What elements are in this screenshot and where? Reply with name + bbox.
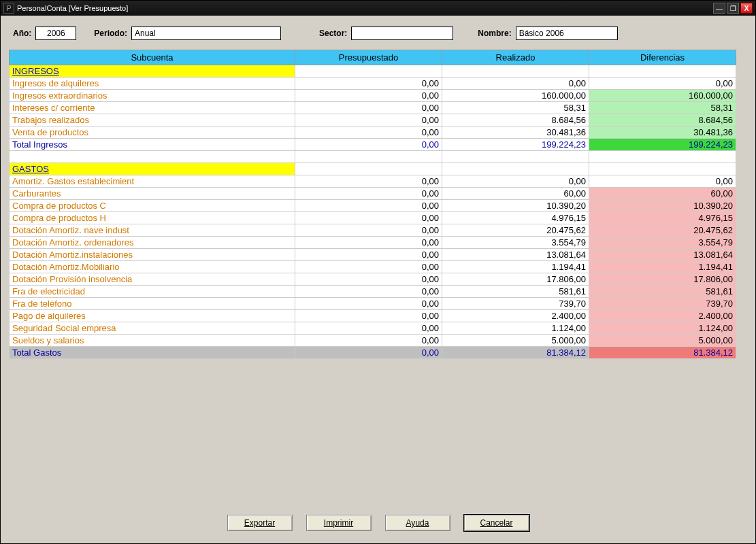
row-label: Dotación Amortiz.instalaciones: [10, 249, 295, 261]
cell-diferencias: 2.400,00: [589, 310, 736, 322]
cell-realizado: 1.194,41: [442, 261, 589, 273]
cell-diferencias: 8.684,56: [589, 114, 736, 126]
cell-presupuestado: 0,00: [295, 237, 442, 249]
section-header: INGRESOS: [10, 65, 295, 78]
col-realizado[interactable]: Realizado: [442, 50, 589, 65]
row-label: Compra de productos H: [10, 212, 295, 224]
cell-diferencias: 10.390,20: [589, 200, 736, 212]
cell-diferencias: 739,70: [589, 298, 736, 310]
cell-presupuestado: 0,00: [295, 90, 442, 102]
col-subcuenta[interactable]: Subcuenta: [10, 50, 295, 65]
row-label: Dotación Amortiz.Mobiliario: [10, 261, 295, 273]
total-realizado: 199.224,23: [442, 139, 589, 151]
row-label: Amortiz. Gastos establecimient: [10, 175, 295, 188]
cell-realizado: 8.684,56: [442, 114, 589, 126]
budget-table: Subcuenta Presupuestado Realizado Difere…: [9, 50, 736, 359]
total-label: Total Gastos: [10, 347, 295, 359]
row-label: Fra de teléfono: [10, 298, 295, 310]
table-row[interactable]: Dotación Amortiz. nave indust0,0020.475,…: [10, 224, 736, 237]
table-row[interactable]: Carburantes0,0060,0060,00: [10, 188, 736, 200]
help-button[interactable]: Ayuda: [385, 515, 450, 531]
cell-realizado: 20.475,62: [442, 224, 589, 237]
cancel-label: C: [480, 518, 486, 528]
row-label: Carburantes: [10, 188, 295, 200]
cancel-button[interactable]: Cancelar: [464, 515, 529, 531]
table-row[interactable]: Ingresos de alquileres0,000,000,00: [10, 78, 736, 90]
restore-button[interactable]: ❐: [727, 3, 739, 14]
empty-cell: [442, 163, 589, 175]
cell-diferencias: 58,31: [589, 102, 736, 114]
table-row[interactable]: Amortiz. Gastos establecimient0,000,000,…: [10, 175, 736, 188]
section-header-row[interactable]: INGRESOS: [10, 65, 736, 78]
table-row[interactable]: Seguridad Social empresa0,001.124,001.12…: [10, 322, 736, 335]
cell-realizado: 10.390,20: [442, 200, 589, 212]
table-row[interactable]: Pago de alquileres0,002.400,002.400,00: [10, 310, 736, 322]
cell-realizado: 2.400,00: [442, 310, 589, 322]
cell-diferencias: 4.976,15: [589, 212, 736, 224]
name-label: Nombre:: [478, 29, 511, 38]
cell-realizado: 0,00: [442, 78, 589, 90]
row-label: Sueldos y salarios: [10, 335, 295, 347]
cell-presupuestado: 0,00: [295, 200, 442, 212]
section-header-row[interactable]: GASTOS: [10, 163, 736, 175]
empty-cell: [295, 163, 442, 175]
cell-realizado: 160.000,00: [442, 90, 589, 102]
cell-realizado: 3.554,79: [442, 237, 589, 249]
row-label: Dotación Amortiz. ordenadores: [10, 237, 295, 249]
table-row[interactable]: Ingresos extraordinarios0,00160.000,0016…: [10, 90, 736, 102]
table-row[interactable]: Venta de productos0,0030.481,3630.481,36: [10, 126, 736, 139]
cell-presupuestado: 0,00: [295, 188, 442, 200]
cell-diferencias: 17.806,00: [589, 273, 736, 286]
titlebar: P PersonalConta [Ver Presupuesto] — ❐ X: [1, 1, 755, 16]
table-row[interactable]: Compra de productos H0,004.976,154.976,1…: [10, 212, 736, 224]
cell-diferencias: 581,61: [589, 286, 736, 298]
table-row[interactable]: Dotación Provisión insolvencia0,0017.806…: [10, 273, 736, 286]
total-diferencias: 81.384,12: [589, 347, 736, 359]
total-diferencias: 199.224,23: [589, 139, 736, 151]
period-input[interactable]: [131, 27, 281, 40]
sector-input[interactable]: [351, 27, 453, 40]
col-diferencias[interactable]: Diferencias: [589, 50, 736, 65]
export-label: E: [244, 518, 250, 528]
cell-diferencias: 160.000,00: [589, 90, 736, 102]
year-input[interactable]: [35, 27, 76, 40]
print-button[interactable]: Imprimir: [306, 515, 372, 531]
name-input[interactable]: [516, 27, 618, 40]
period-label: Periodo:: [94, 29, 127, 38]
row-label: Ingresos extraordinarios: [10, 90, 295, 102]
cell-realizado: 0,00: [442, 175, 589, 188]
minimize-button[interactable]: —: [713, 3, 725, 14]
empty-cell: [589, 65, 736, 78]
table-row[interactable]: Dotación Amortiz.instalaciones0,0013.081…: [10, 249, 736, 261]
row-label: Intereses c/ corriente: [10, 102, 295, 114]
table-row[interactable]: Compra de productos C0,0010.390,2010.390…: [10, 200, 736, 212]
button-bar: Exportar Imprimir Ayuda Cancelar: [9, 504, 747, 543]
cell-presupuestado: 0,00: [295, 224, 442, 237]
table-row[interactable]: Dotación Amortiz. ordenadores0,003.554,7…: [10, 237, 736, 249]
table-row[interactable]: Fra de teléfono0,00739,70739,70: [10, 298, 736, 310]
row-label: Compra de productos C: [10, 200, 295, 212]
total-row[interactable]: Total Ingresos0,00199.224,23199.224,23: [10, 139, 736, 151]
cell-presupuestado: 0,00: [295, 335, 442, 347]
cell-diferencias: 20.475,62: [589, 224, 736, 237]
export-button[interactable]: Exportar: [227, 515, 293, 531]
col-presupuestado[interactable]: Presupuestado: [295, 50, 442, 65]
total-row[interactable]: Total Gastos0,0081.384,1281.384,12: [10, 347, 736, 359]
cell-presupuestado: 0,00: [295, 249, 442, 261]
row-label: Fra de electricidad: [10, 286, 295, 298]
cell-presupuestado: 0,00: [295, 114, 442, 126]
row-label: Trabajos realizados: [10, 114, 295, 126]
cell-presupuestado: 0,00: [295, 298, 442, 310]
table-row[interactable]: Dotación Amortiz.Mobiliario0,001.194,411…: [10, 261, 736, 273]
table-row[interactable]: Sueldos y salarios0,005.000,005.000,00: [10, 335, 736, 347]
cell-diferencias: 0,00: [589, 78, 736, 90]
cell-realizado: 58,31: [442, 102, 589, 114]
table-row[interactable]: Intereses c/ corriente0,0058,3158,31: [10, 102, 736, 114]
cell-diferencias: 30.481,36: [589, 126, 736, 139]
table-row[interactable]: Fra de electricidad0,00581,61581,61: [10, 286, 736, 298]
cell-presupuestado: 0,00: [295, 286, 442, 298]
total-presupuestado: 0,00: [295, 347, 442, 359]
spacer-row: [10, 151, 736, 163]
close-button[interactable]: X: [740, 3, 753, 14]
table-row[interactable]: Trabajos realizados0,008.684,568.684,56: [10, 114, 736, 126]
